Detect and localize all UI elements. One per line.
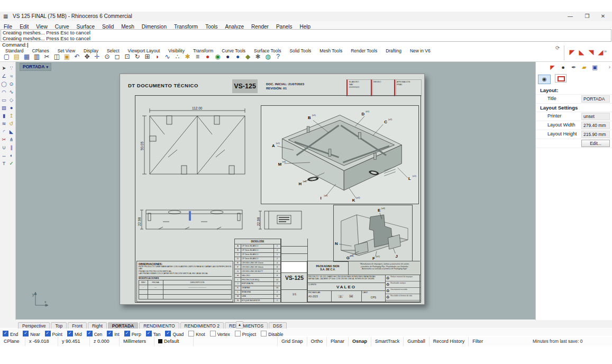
layout-viewport[interactable]: PORTADA▾ DT DOCUMENTO TÉCNICO VS-125 DOC… [16, 62, 535, 320]
annotate-icon[interactable]: ✒ [570, 63, 578, 71]
layout-height-value[interactable]: 215.90 mm [581, 131, 610, 138]
panel-overflow-icon[interactable]: › [609, 64, 610, 70]
render-red-icon[interactable]: ● [203, 52, 212, 61]
cut-icon[interactable]: ✂ [42, 52, 51, 61]
circle-icon[interactable]: ◯ [1, 80, 7, 87]
refresh-icon[interactable]: ⟳ [555, 45, 562, 51]
edit-button[interactable]: Edit... [581, 140, 610, 147]
libraries-icon[interactable]: ▰ [580, 63, 588, 71]
status-toggle[interactable]: Planar [326, 337, 348, 346]
arc-icon[interactable]: ◠ [1, 88, 7, 95]
status-toggle[interactable]: Grid Snap [277, 337, 307, 346]
checkbox-icon[interactable] [188, 331, 194, 336]
close-button[interactable]: ✕ [595, 12, 611, 21]
polyline-icon[interactable]: ∠ [1, 72, 7, 79]
split-icon[interactable]: ⋔ [8, 136, 15, 143]
zoom-icon[interactable]: ⊙ [103, 52, 112, 61]
sphere-blue-icon[interactable]: ● [233, 52, 242, 61]
viewport-layout-icon[interactable]: ⊞ [143, 52, 152, 61]
mirror-icon[interactable]: ◐ [8, 152, 15, 159]
layout-properties-icon[interactable] [555, 74, 567, 83]
status-toggle[interactable]: Gumball [403, 337, 429, 346]
light-icon[interactable]: ✱ [183, 52, 192, 61]
render-icon[interactable]: ◤ [549, 63, 556, 71]
rhino-toolbar-icon-3[interactable]: ◥ [587, 48, 595, 56]
check-icon[interactable]: ✓ [8, 160, 15, 167]
polygon-icon[interactable]: ◇ [8, 96, 15, 103]
new-file-icon[interactable]: ▢ [2, 52, 11, 61]
toolbar-overflow-icon[interactable]: » [604, 49, 607, 54]
viewport-properties-icon[interactable]: ◉ [538, 75, 551, 84]
minimize-button[interactable]: — [562, 12, 578, 21]
text-icon[interactable]: T [1, 160, 7, 167]
cplane-field[interactable]: CPlane [0, 337, 25, 346]
status-toggle[interactable]: Ortho [307, 337, 327, 346]
sphere-dark-icon[interactable]: ● [223, 52, 232, 61]
material-icon[interactable]: ◆ [243, 52, 252, 61]
open-file-icon[interactable]: ▤ [12, 52, 21, 61]
copy-icon[interactable]: ◫ [52, 52, 61, 61]
rhino-toolbar-icon-4[interactable]: ◢ [597, 48, 605, 56]
checkbox-icon[interactable] [23, 331, 29, 336]
extrude-icon[interactable]: ↥ [8, 112, 15, 119]
rotate-view-icon[interactable]: ↻ [133, 52, 142, 61]
restore-button[interactable]: ❐ [579, 12, 595, 21]
checkbox-icon[interactable] [124, 331, 130, 336]
curve-sketch-icon[interactable]: ≈ [8, 72, 15, 79]
viewport-title-tab[interactable]: PORTADA▾ [20, 63, 51, 71]
display-icon[interactable]: ● [559, 63, 567, 71]
checkbox-icon[interactable] [210, 331, 216, 336]
layer-field[interactable]: Default [154, 337, 194, 346]
freeform-curve-icon[interactable]: ∿ [8, 88, 15, 95]
rhino-toolbar-icon-2[interactable]: ◣ [578, 48, 586, 56]
scale-icon[interactable]: ↔ [1, 152, 7, 159]
undo-icon[interactable]: ↶ [72, 52, 81, 61]
units-field[interactable]: Millimeters [120, 337, 154, 346]
command-history[interactable]: Creating meshes... Press Esc to cancelCr… [1, 29, 611, 42]
control-points-icon[interactable]: ∵ [8, 65, 15, 71]
layouts-icon[interactable]: ▣ [591, 63, 599, 71]
chamfer-icon[interactable]: ◣ [8, 128, 15, 135]
checkbox-icon[interactable] [107, 331, 113, 336]
shade-icon[interactable]: ◗ [153, 52, 162, 61]
checkbox-icon[interactable] [87, 331, 93, 336]
cylinder-icon[interactable]: ▮ [1, 112, 7, 119]
status-toggle[interactable]: SmartTrack [371, 337, 403, 346]
globe-icon[interactable]: ◍ [263, 52, 272, 61]
trim-icon[interactable]: ✂ [1, 136, 7, 143]
circle-center-icon[interactable]: ⊙ [8, 80, 15, 87]
status-toggle[interactable]: Osnap [348, 337, 371, 346]
zoom-extents-icon[interactable]: ⊡ [123, 52, 132, 61]
curve-icon[interactable]: ∿ [163, 52, 172, 61]
settings-icon[interactable]: ✱ [253, 52, 262, 61]
status-toggle[interactable]: Record History [429, 337, 469, 346]
revolve-icon[interactable]: ↺ [8, 120, 15, 127]
sphere-icon[interactable]: ● [8, 104, 15, 111]
rhino-toolbar-icon-1[interactable]: ◤ [568, 48, 576, 56]
rectangle-icon[interactable]: ▭ [1, 96, 7, 103]
pan-icon[interactable]: ✥ [83, 52, 92, 61]
move-icon[interactable]: ✛ [93, 52, 102, 61]
help-icon[interactable]: ? [273, 52, 282, 61]
checkbox-icon[interactable] [165, 331, 171, 336]
render-colors-icon[interactable]: ◉ [213, 52, 222, 61]
offset-icon[interactable]: ∥ [8, 144, 15, 151]
status-toggle[interactable]: Filter [468, 337, 487, 346]
fillet-icon[interactable]: ◜ [1, 128, 7, 135]
layout-width-value[interactable]: 279.40 mm [581, 122, 610, 129]
checkbox-icon[interactable] [45, 331, 51, 336]
paste-icon[interactable]: ▣ [62, 52, 71, 61]
zoom-window-icon[interactable]: ◻ [113, 52, 122, 61]
checkbox-icon[interactable] [67, 331, 73, 336]
layers-icon[interactable]: ≡ [193, 52, 202, 61]
title-value[interactable]: PORTADA [581, 95, 610, 103]
save-icon[interactable]: ▦ [22, 52, 31, 61]
select-arrow-icon[interactable]: ➤ [1, 65, 7, 71]
points-icon[interactable]: ∴ [173, 52, 182, 61]
checkbox-icon[interactable] [146, 331, 152, 336]
loft-icon[interactable]: ≋ [1, 120, 7, 127]
printer-value[interactable]: unset [581, 113, 610, 120]
checkbox-icon[interactable] [261, 331, 267, 336]
checkbox-icon[interactable] [3, 331, 8, 336]
tab-expand-button[interactable]: ▴ [236, 321, 243, 329]
